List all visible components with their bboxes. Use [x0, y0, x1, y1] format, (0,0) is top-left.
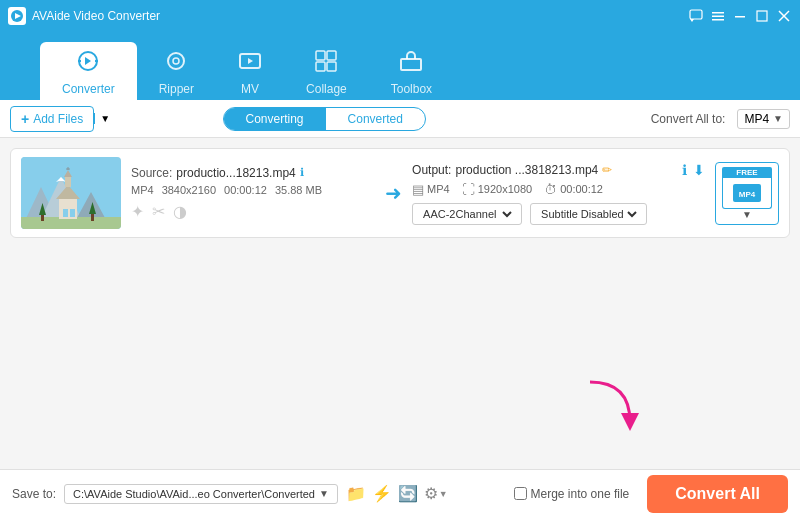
file-row: Source: productio...18213.mp4 ℹ MP4 3840…	[10, 148, 790, 238]
svg-rect-3	[712, 12, 724, 14]
cut-action-icon[interactable]: ✂	[152, 202, 165, 221]
mv-icon	[238, 49, 262, 78]
merge-checkbox[interactable]	[514, 487, 527, 500]
tab-collage[interactable]: Collage	[284, 42, 369, 100]
format-badge-dropdown-icon[interactable]: ▼	[742, 209, 752, 220]
folder-icon[interactable]: 📁	[346, 484, 366, 503]
output-download-icon[interactable]: ⬇	[693, 162, 705, 178]
convert-all-format-value: MP4	[744, 112, 769, 126]
resolution-meta-icon: ⛶	[462, 182, 475, 197]
subtitle-dropdown[interactable]: Subtitle Disabled Subtitle Enabled	[537, 207, 640, 221]
source-name: productio...18213.mp4	[176, 166, 295, 180]
add-files-label: Add Files	[33, 112, 83, 126]
minimize-icon[interactable]	[732, 8, 748, 24]
star-action-icon[interactable]: ✦	[131, 202, 144, 221]
svg-rect-32	[70, 209, 75, 217]
tab-converting[interactable]: Converting	[224, 108, 326, 130]
output-label: Output:	[412, 163, 451, 177]
output-duration-meta: ⏱ 00:00:12	[544, 182, 603, 197]
settings-icon[interactable]: ⚙ ▼	[424, 484, 448, 503]
output-resolution-meta: ⛶ 1920x1080	[462, 182, 532, 197]
output-format-meta: ▤ MP4	[412, 182, 450, 197]
convert-all-button[interactable]: Convert All	[647, 475, 788, 513]
file-thumbnail	[21, 157, 121, 229]
tab-converter-label: Converter	[62, 82, 115, 96]
svg-point-12	[173, 58, 179, 64]
save-path-text: C:\AVAide Studio\AVAid...eo Converter\Co…	[73, 488, 315, 500]
file-duration: 00:00:12	[224, 184, 267, 196]
maximize-icon[interactable]	[754, 8, 770, 24]
tab-converter[interactable]: Converter	[40, 42, 137, 100]
svg-rect-16	[316, 62, 325, 71]
nav-tabs: Converter Ripper MV Collage Toolbox	[0, 32, 800, 100]
add-files-button[interactable]: + Add Files	[10, 106, 94, 132]
tab-ripper[interactable]: Ripper	[137, 42, 216, 100]
output-selects: AAC-2Channel AC3-2Channel MP3-2Channel S…	[412, 203, 705, 225]
format-meta-icon: ▤	[412, 182, 424, 197]
tab-mv[interactable]: MV	[216, 42, 284, 100]
output-name: production ...3818213.mp4	[455, 163, 598, 177]
svg-point-11	[168, 53, 184, 69]
source-label: Source:	[131, 166, 172, 180]
convert-all-to-label: Convert All to:	[651, 112, 726, 126]
format-badge-container: FREE MP4 ▼	[715, 162, 779, 225]
audio-channel-select[interactable]: AAC-2Channel AC3-2Channel MP3-2Channel	[412, 203, 522, 225]
settings-arrow: ▼	[439, 489, 448, 499]
file-size: 35.88 MB	[275, 184, 322, 196]
save-path-select[interactable]: C:\AVAide Studio\AVAid...eo Converter\Co…	[64, 484, 338, 504]
svg-rect-31	[63, 209, 68, 217]
file-meta: MP4 3840x2160 00:00:12 35.88 MB	[131, 184, 375, 196]
svg-rect-7	[757, 11, 767, 21]
svg-rect-4	[712, 16, 724, 18]
menu-icon[interactable]	[710, 8, 726, 24]
output-info: Output: production ...3818213.mp4 ✏ ℹ ⬇ …	[412, 162, 705, 225]
toolbox-icon	[399, 49, 423, 78]
svg-rect-17	[327, 62, 336, 71]
chat-icon[interactable]	[688, 8, 704, 24]
bolt-icon[interactable]: ⚡	[372, 484, 392, 503]
app-logo	[8, 7, 26, 25]
output-format-value: MP4	[427, 183, 450, 195]
tab-toolbox[interactable]: Toolbox	[369, 42, 454, 100]
output-resolution-value: 1920x1080	[478, 183, 532, 195]
audio-channel-dropdown[interactable]: AAC-2Channel AC3-2Channel MP3-2Channel	[419, 207, 515, 221]
tab-ripper-label: Ripper	[159, 82, 194, 96]
converting-tab-group: Converting Converted	[223, 107, 426, 131]
bottom-action-icons: 📁 ⚡ 🔄 ⚙ ▼	[346, 484, 448, 503]
app-title: AVAide Video Converter	[32, 9, 160, 23]
effects-action-icon[interactable]: ◑	[173, 202, 187, 221]
source-info-icon[interactable]: ℹ	[300, 166, 304, 179]
svg-rect-18	[401, 59, 421, 70]
ripper-icon	[164, 49, 188, 78]
converter-icon	[76, 49, 100, 78]
svg-rect-27	[65, 177, 71, 187]
titlebar-left: AVAide Video Converter	[8, 7, 160, 25]
tab-collage-label: Collage	[306, 82, 347, 96]
subtitle-select[interactable]: Subtitle Disabled Subtitle Enabled	[530, 203, 647, 225]
output-line: Output: production ...3818213.mp4 ✏ ℹ ⬇	[412, 162, 705, 178]
close-icon[interactable]	[776, 8, 792, 24]
file-source-info: Source: productio...18213.mp4 ℹ MP4 3840…	[131, 166, 375, 221]
content-area: Source: productio...18213.mp4 ℹ MP4 3840…	[0, 138, 800, 469]
file-resolution: 3840x2160	[162, 184, 216, 196]
save-path-arrow: ▼	[319, 488, 329, 499]
svg-rect-14	[316, 51, 325, 60]
plus-icon: +	[21, 111, 29, 127]
output-info-icon[interactable]: ℹ	[682, 162, 687, 178]
bottom-bar: Save to: C:\AVAide Studio\AVAid...eo Con…	[0, 469, 800, 517]
add-files-dropdown-arrow[interactable]: ▼	[94, 113, 110, 124]
convert-all-format-select[interactable]: MP4 ▼	[737, 109, 790, 129]
format-select-arrow: ▼	[773, 113, 783, 124]
tab-mv-label: MV	[241, 82, 259, 96]
sync-icon[interactable]: 🔄	[398, 484, 418, 503]
save-to-label: Save to:	[12, 487, 56, 501]
svg-text:MP4: MP4	[739, 190, 756, 199]
edit-output-icon[interactable]: ✏	[602, 163, 612, 177]
titlebar: AVAide Video Converter	[0, 0, 800, 32]
toolbar: + Add Files ▼ Converting Converted Conve…	[0, 100, 800, 138]
tab-converted[interactable]: Converted	[326, 108, 425, 130]
file-actions: ✦ ✂ ◑	[131, 202, 375, 221]
duration-meta-icon: ⏱	[544, 182, 557, 197]
merge-label-text: Merge into one file	[531, 487, 630, 501]
svg-rect-6	[735, 16, 745, 18]
